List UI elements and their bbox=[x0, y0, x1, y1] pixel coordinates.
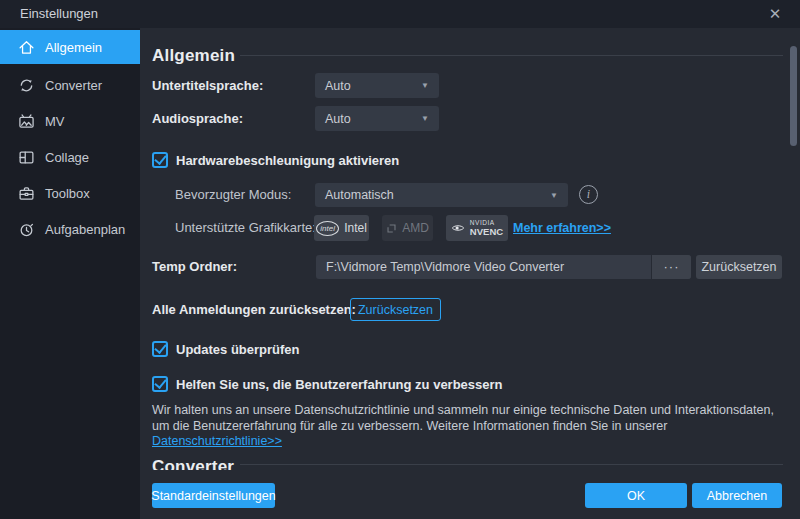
audio-language-value: Auto bbox=[325, 112, 351, 126]
subtitle-language-select[interactable]: Auto ▼ bbox=[315, 73, 439, 98]
nvidia-logo-icon bbox=[451, 222, 465, 234]
scrollbar-thumb[interactable] bbox=[790, 46, 797, 146]
intel-logo-icon: intel bbox=[316, 221, 339, 236]
chevron-down-icon: ▼ bbox=[421, 81, 429, 90]
sidebar-item-aufgabenplan[interactable]: Aufgabenplan bbox=[0, 212, 140, 246]
sidebar: Allgemein Converter MV Collage Toolbox bbox=[0, 28, 140, 519]
amd-logo-icon bbox=[386, 223, 397, 234]
help-improve-label: Helfen Sie uns, die Benutzererfahrung zu… bbox=[176, 377, 503, 392]
hardware-acceleration-row: Hardwarebeschleunigung aktivieren bbox=[152, 152, 399, 168]
hardware-acceleration-label: Hardwarebeschleunigung aktivieren bbox=[176, 153, 399, 168]
sidebar-item-label: Toolbox bbox=[45, 186, 90, 201]
close-icon[interactable]: ✕ bbox=[760, 0, 790, 28]
window-title: Einstellungen bbox=[20, 0, 98, 28]
browse-folder-button[interactable]: ··· bbox=[652, 255, 691, 279]
sidebar-item-label: MV bbox=[45, 114, 65, 129]
preferred-mode-select[interactable]: Automatisch ▼ bbox=[315, 183, 568, 207]
reset-logins-button[interactable]: Zurücksetzen bbox=[350, 298, 441, 321]
sync-icon bbox=[18, 77, 35, 94]
subtitle-language-value: Auto bbox=[325, 79, 351, 93]
info-icon[interactable]: i bbox=[579, 185, 598, 204]
temp-folder-reset-button[interactable]: Zurücksetzen bbox=[696, 255, 782, 279]
privacy-paragraph: Wir halten uns an unsere Datenschutzrich… bbox=[152, 403, 792, 450]
sidebar-item-converter[interactable]: Converter bbox=[0, 68, 140, 102]
temp-folder-path[interactable]: F:\Vidmore Temp\Vidmore Video Converter bbox=[316, 260, 651, 274]
cancel-button[interactable]: Abbrechen bbox=[692, 483, 782, 508]
sidebar-item-label: Converter bbox=[45, 78, 102, 93]
sidebar-item-collage[interactable]: Collage bbox=[0, 140, 140, 174]
chevron-down-icon: ▼ bbox=[550, 191, 558, 200]
ok-button[interactable]: OK bbox=[585, 483, 687, 508]
collage-icon bbox=[18, 149, 35, 166]
temp-folder-field: F:\Vidmore Temp\Vidmore Video Converter … bbox=[316, 255, 691, 279]
learn-more-link[interactable]: Mehr erfahren>> bbox=[513, 215, 611, 241]
check-updates-row: Updates überprüfen bbox=[152, 341, 300, 357]
subtitle-language-label: Untertitelsprache: bbox=[152, 73, 263, 98]
home-icon bbox=[18, 39, 35, 56]
audio-language-label: Audiosprache: bbox=[152, 106, 243, 131]
nvidia-bottom-label: NVENC bbox=[470, 227, 503, 237]
privacy-policy-link[interactable]: Datenschutzrichtlinie>> bbox=[152, 434, 282, 448]
titlebar: Einstellungen ✕ bbox=[0, 0, 800, 28]
help-improve-row: Helfen Sie uns, die Benutzererfahrung zu… bbox=[152, 376, 503, 392]
check-updates-checkbox[interactable] bbox=[152, 341, 168, 357]
toolbox-icon bbox=[18, 185, 35, 202]
gpu-badge-nvidia: NVIDIA NVENC bbox=[446, 215, 508, 241]
gpu-badge-intel-label: Intel bbox=[344, 221, 367, 235]
preferred-mode-label: Bevorzugter Modus: bbox=[175, 183, 291, 207]
temp-folder-label: Temp Ordner: bbox=[152, 255, 237, 279]
footer-bar: Standardeinstellungen OK Abbrechen bbox=[140, 470, 800, 519]
sidebar-item-label: Aufgabenplan bbox=[45, 222, 125, 237]
default-settings-button[interactable]: Standardeinstellungen bbox=[152, 483, 275, 508]
gpu-badge-intel: intel Intel bbox=[314, 215, 369, 241]
sidebar-item-toolbox[interactable]: Toolbox bbox=[0, 176, 140, 210]
reset-logins-label: Alle Anmeldungen zurücksetzen: bbox=[152, 298, 356, 322]
check-updates-label: Updates überprüfen bbox=[176, 342, 300, 357]
settings-panel: Allgemein Untertitelsprache: Auto ▼ Audi… bbox=[140, 28, 800, 519]
heading-rule bbox=[240, 464, 783, 465]
privacy-text: Wir halten uns an unsere Datenschutzrich… bbox=[152, 403, 774, 433]
tv-icon bbox=[18, 113, 35, 130]
sidebar-item-allgemein[interactable]: Allgemein bbox=[0, 30, 140, 64]
hardware-acceleration-checkbox[interactable] bbox=[152, 152, 168, 168]
sidebar-item-label: Collage bbox=[45, 150, 89, 165]
section-heading-allgemein: Allgemein bbox=[152, 46, 235, 66]
help-improve-checkbox[interactable] bbox=[152, 376, 168, 392]
chevron-down-icon: ▼ bbox=[421, 114, 429, 123]
audio-language-select[interactable]: Auto ▼ bbox=[315, 106, 439, 131]
sidebar-item-mv[interactable]: MV bbox=[0, 104, 140, 138]
gpu-badge-amd: AMD bbox=[382, 215, 433, 241]
clock-icon bbox=[18, 221, 35, 238]
sidebar-item-label: Allgemein bbox=[45, 40, 102, 55]
supported-gpu-label: Unterstützte Grafikkarte: bbox=[175, 215, 316, 241]
gpu-badge-amd-label: AMD bbox=[402, 221, 429, 235]
gpu-badge-nvidia-labels: NVIDIA NVENC bbox=[470, 220, 503, 236]
preferred-mode-value: Automatisch bbox=[325, 188, 394, 202]
heading-rule bbox=[240, 55, 783, 56]
